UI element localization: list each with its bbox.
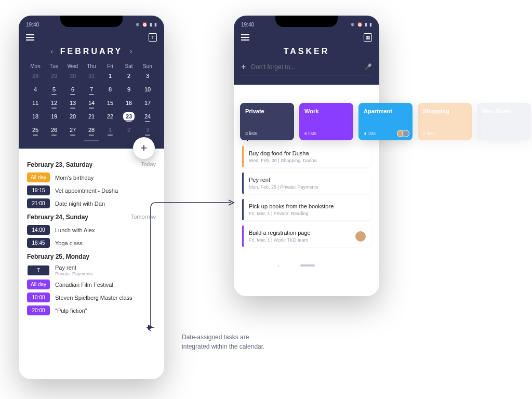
tasker-title: TASKER bbox=[241, 47, 372, 56]
calendar-day[interactable]: 2 bbox=[119, 69, 138, 83]
calendar-grid: 2829303112345678910111213141516171819202… bbox=[26, 69, 157, 137]
weekday-label: Thu bbox=[82, 63, 101, 69]
calendar-day[interactable]: 27 bbox=[63, 123, 82, 137]
alarm-icon: ⏰ bbox=[142, 22, 148, 27]
calendar-day[interactable]: 8 bbox=[101, 83, 119, 96]
event-row[interactable]: 10:00Steven Spielberg Master class bbox=[27, 292, 156, 302]
task-item[interactable]: Buy dog food for DushaWed, Feb, 20 | Sho… bbox=[242, 146, 371, 167]
list-card[interactable]: Shopping5 lists bbox=[418, 103, 472, 140]
card-avatars bbox=[399, 130, 409, 137]
event-row[interactable]: 18:45Yoga class bbox=[27, 238, 156, 248]
weekday-label: Sun bbox=[138, 63, 157, 69]
event-row[interactable]: 19:15Vet appointment - Dusha bbox=[27, 185, 156, 195]
list-cards-strip[interactable]: Private3 listsWork6 listsApartment4 list… bbox=[240, 103, 531, 140]
calendar-day[interactable]: 25 bbox=[26, 123, 45, 137]
day-header: February 24, Sunday bbox=[27, 214, 88, 221]
phone-notch bbox=[60, 16, 123, 27]
calendar-day[interactable]: 17 bbox=[138, 96, 157, 110]
calendar-day[interactable]: 9 bbox=[119, 83, 138, 96]
task-item[interactable]: Build a registration pageFri, Mar, 1 | W… bbox=[242, 225, 371, 247]
phone-notch bbox=[275, 16, 338, 27]
calendar-day[interactable]: 22 bbox=[101, 110, 119, 123]
card-title: Shopping bbox=[423, 108, 467, 114]
task-item[interactable]: Pick up books from the bookstoreFri, Mar… bbox=[242, 199, 371, 220]
calendar-day[interactable]: 11 bbox=[26, 96, 45, 110]
nav-back-icon[interactable]: ‹ bbox=[277, 262, 280, 269]
task-input[interactable] bbox=[251, 63, 359, 71]
card-title: Work bbox=[304, 108, 348, 114]
calendar-day[interactable]: 31 bbox=[82, 69, 101, 83]
mic-icon[interactable]: 🎤 bbox=[364, 63, 372, 71]
next-month-button[interactable]: › bbox=[130, 48, 132, 55]
calendar-day[interactable]: 16 bbox=[119, 96, 138, 110]
list-card[interactable]: Apartment4 lists bbox=[358, 103, 413, 140]
event-subtext: Private: Payments bbox=[55, 271, 93, 276]
calendar-header: 19:40 ⊕ ⏰ ▮ ▮ T ‹ FEBRUARY › MonTueWedTh… bbox=[19, 16, 164, 149]
view-toggle-icon[interactable]: T bbox=[149, 33, 157, 42]
card-title: Apartment bbox=[364, 108, 407, 114]
drag-handle[interactable] bbox=[84, 140, 99, 141]
event-badge: 19:15 bbox=[27, 185, 50, 195]
event-row[interactable]: 21:00Date night with Dan bbox=[27, 198, 156, 208]
add-task-icon[interactable]: + bbox=[241, 62, 246, 72]
calendar-view-icon[interactable]: ▦ bbox=[364, 33, 372, 42]
event-text: Canadian Film Festival bbox=[55, 282, 113, 288]
calendar-day[interactable]: 15 bbox=[101, 96, 119, 110]
calendar-day[interactable]: 3 bbox=[138, 69, 157, 83]
calendar-day[interactable]: 26 bbox=[45, 123, 63, 137]
calendar-day[interactable]: 5 bbox=[45, 83, 63, 96]
list-card[interactable]: New Goals+ bbox=[477, 103, 531, 140]
event-text: Lunch with Alex bbox=[55, 227, 95, 233]
calendar-day[interactable]: 23 bbox=[119, 110, 138, 123]
list-card[interactable]: Work6 lists bbox=[299, 103, 353, 140]
event-badge: 21:00 bbox=[27, 198, 50, 208]
task-input-row: + 🎤 bbox=[241, 62, 372, 75]
calendar-day[interactable]: 4 bbox=[26, 83, 45, 96]
event-text: Steven Spielberg Master class bbox=[55, 295, 132, 301]
caption-line2: integrated within the calendar. bbox=[182, 342, 264, 351]
calendar-day[interactable]: 6 bbox=[63, 83, 82, 96]
calendar-day[interactable]: 13 bbox=[63, 96, 82, 110]
calendar-day[interactable]: 2 bbox=[119, 123, 138, 137]
calendar-day[interactable]: 30 bbox=[63, 69, 82, 83]
calendar-day[interactable]: 3 bbox=[138, 123, 157, 137]
weekday-label: Mon bbox=[26, 63, 45, 69]
add-event-button[interactable]: + bbox=[133, 137, 155, 159]
status-dot-icon: ⊕ bbox=[136, 22, 140, 27]
task-title: Pick up books from the bookstore bbox=[249, 203, 366, 209]
calendar-day[interactable]: 7 bbox=[82, 83, 101, 96]
calendar-day[interactable]: 14 bbox=[82, 96, 101, 110]
battery-icon: ▮ bbox=[154, 22, 157, 27]
menu-icon[interactable] bbox=[26, 34, 34, 41]
menu-icon[interactable] bbox=[241, 34, 249, 41]
task-item[interactable]: Pey rentMon, Feb, 25 | Private: Payments bbox=[242, 172, 371, 194]
event-badge: T bbox=[27, 265, 50, 276]
event-row[interactable]: 20:00"Pulp fiction" bbox=[27, 305, 156, 315]
event-text: Vet appointment - Dusha bbox=[55, 188, 118, 194]
calendar-day[interactable]: 10 bbox=[138, 83, 157, 96]
calendar-day[interactable]: 29 bbox=[45, 69, 63, 83]
event-badge: 10:00 bbox=[27, 292, 50, 302]
calendar-day[interactable]: 19 bbox=[45, 110, 63, 123]
status-icons: ⊕ ⏰ ▮ ▮ bbox=[351, 22, 372, 27]
calendar-day[interactable]: 1 bbox=[101, 69, 119, 83]
calendar-day[interactable]: 1 bbox=[101, 123, 119, 137]
calendar-day[interactable]: 18 bbox=[26, 110, 45, 123]
calendar-day[interactable]: 21 bbox=[82, 110, 101, 123]
event-row[interactable]: TPay rentPrivate: Payments bbox=[27, 264, 156, 276]
card-count: + bbox=[482, 131, 526, 136]
nav-home-icon[interactable] bbox=[300, 264, 315, 267]
task-meta: Mon, Feb, 25 | Private: Payments bbox=[249, 184, 366, 190]
event-row[interactable]: All dayCanadian Film Festival bbox=[27, 280, 156, 289]
event-row[interactable]: 14:00Lunch with Alex bbox=[27, 225, 156, 235]
calendar-day[interactable]: 12 bbox=[45, 96, 63, 110]
list-card[interactable]: Private3 lists bbox=[240, 103, 294, 140]
calendar-day[interactable]: 20 bbox=[63, 110, 82, 123]
tasker-phone: 19:40 ⊕ ⏰ ▮ ▮ ▦ TASKER + 🎤 Up Next Buy d… bbox=[234, 16, 379, 296]
prev-month-button[interactable]: ‹ bbox=[51, 48, 53, 55]
calendar-day[interactable]: 24 bbox=[138, 110, 157, 123]
event-badge: All day bbox=[27, 172, 50, 182]
event-row[interactable]: All dayMom's birthday bbox=[27, 172, 156, 182]
calendar-day[interactable]: 28 bbox=[26, 69, 45, 83]
calendar-day[interactable]: 28 bbox=[82, 123, 101, 137]
